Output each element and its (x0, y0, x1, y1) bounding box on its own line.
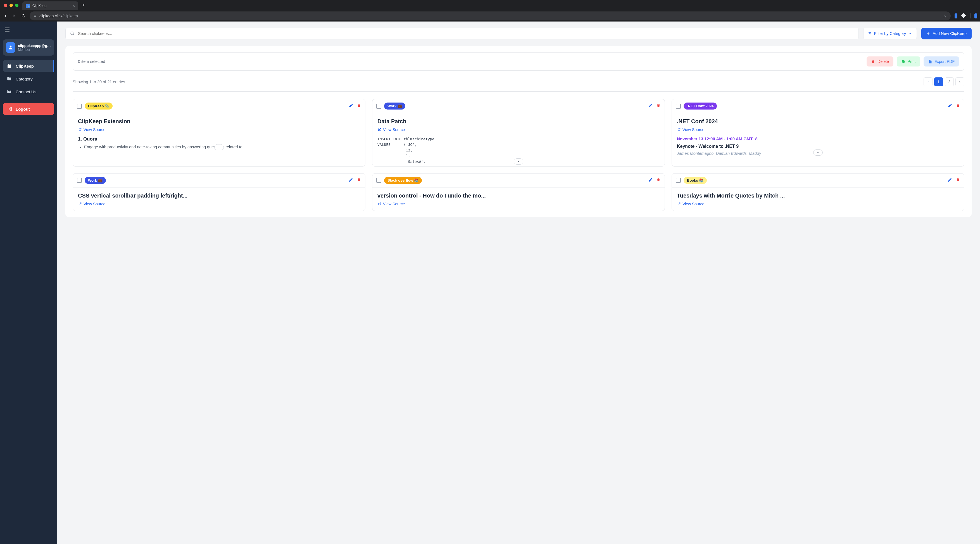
user-info: clipppkeeppp@gmai... Member (18, 44, 51, 52)
browser-tab-bar: 📎 ClipKeep × + (0, 0, 980, 10)
chevron-down-icon (217, 146, 221, 149)
url-bar[interactable]: ⚙ clipkeep.click/clipkeep ☆ (30, 11, 951, 21)
card-checkbox[interactable] (77, 178, 82, 183)
edit-icon[interactable] (348, 103, 353, 109)
clip-card: Stack overflow 📚 version control - How d… (372, 173, 665, 211)
envelope-icon (7, 89, 12, 94)
bookmark-star-icon[interactable]: ☆ (943, 13, 947, 19)
selection-bar: 0 item selected Delete Print Export PDF (73, 52, 964, 71)
card-header: Work 💼 (73, 173, 365, 188)
forward-icon[interactable] (12, 13, 17, 18)
back-icon[interactable] (3, 13, 8, 18)
profile-icon[interactable] (974, 13, 977, 18)
trash-icon[interactable] (656, 177, 661, 183)
card-body: Data Patch View Source INSERT INTO tblma… (372, 113, 665, 166)
add-clipkeep-button[interactable]: Add New ClipKeep (921, 28, 972, 40)
card-body: Tuesdays with Morrie Quotes by Mitch ...… (672, 188, 964, 211)
category-tag[interactable]: Books 📚 (684, 177, 707, 184)
expand-toggle[interactable] (514, 158, 523, 165)
expand-toggle[interactable] (214, 144, 224, 150)
edit-icon[interactable] (648, 103, 653, 109)
reload-icon[interactable] (21, 13, 26, 18)
add-label: Add New ClipKeep (932, 31, 967, 36)
expand-toggle[interactable] (813, 150, 823, 156)
new-tab-button[interactable]: + (82, 2, 85, 8)
print-label: Print (908, 59, 916, 64)
view-source-link[interactable]: View Source (377, 202, 660, 206)
site-info-icon[interactable]: ⚙ (33, 14, 37, 18)
view-source-link[interactable]: View Source (78, 202, 360, 206)
trash-icon[interactable] (956, 177, 960, 183)
selection-actions: Delete Print Export PDF (867, 56, 959, 67)
card-checkbox[interactable] (676, 178, 681, 183)
chevron-down-icon (908, 32, 912, 35)
logout-button[interactable]: Logout (3, 103, 54, 115)
category-tag[interactable]: .NET Conf 2024 (684, 103, 717, 110)
tab-favicon-icon: 📎 (26, 4, 30, 8)
filter-icon (868, 32, 872, 35)
view-source-link[interactable]: View Source (677, 202, 959, 206)
clip-card: Work 💼 Data Patch View Source (372, 99, 665, 167)
category-tag[interactable]: ClipKeep 📎 (84, 103, 113, 110)
user-role: Member (18, 48, 51, 52)
external-link-icon (377, 202, 381, 206)
sidebar-item-category[interactable]: Category (3, 73, 54, 85)
hamburger-icon[interactable]: ☰ (5, 27, 52, 34)
edit-icon[interactable] (648, 177, 653, 183)
sidebar-item-contact[interactable]: Contact Us (3, 86, 54, 97)
pager-page-2[interactable]: 2 (945, 77, 954, 86)
extensions-menu-icon[interactable] (961, 13, 966, 19)
view-source-link[interactable]: View Source (377, 127, 660, 132)
filter-category-button[interactable]: Filter by Category (863, 28, 917, 40)
pager-prev-button[interactable]: ‹ (924, 77, 932, 86)
clipboard-icon (7, 64, 12, 68)
category-tag[interactable]: Work 💼 (84, 177, 106, 184)
view-source-link[interactable]: View Source (78, 127, 360, 132)
print-icon (901, 59, 905, 64)
pager-text: Showing 1 to 20 of 21 entries (73, 80, 125, 84)
logout-label: Logout (16, 107, 30, 111)
search-box[interactable] (65, 28, 859, 40)
card-checkbox[interactable] (376, 103, 381, 109)
browser-nav-bar: ⚙ clipkeep.click/clipkeep ☆ (0, 10, 980, 22)
sidebar: ☰ clipppkeeppp@gmai... Member ClipKeep C… (0, 22, 57, 544)
category-tag[interactable]: Work 💼 (384, 103, 406, 110)
sidebar-item-clipkeep[interactable]: ClipKeep (3, 60, 54, 72)
trash-icon[interactable] (656, 103, 661, 109)
divider (970, 13, 970, 18)
trash-icon[interactable] (357, 103, 361, 109)
search-input[interactable] (78, 31, 854, 36)
category-tag[interactable]: Stack overflow 📚 (384, 177, 422, 184)
card-title: Data Patch (377, 118, 660, 125)
delete-button[interactable]: Delete (867, 56, 893, 67)
cards-grid: ClipKeep 📎 ClipKeep Extension View Sourc… (73, 99, 964, 211)
user-card[interactable]: clipppkeeppp@gmai... Member (3, 40, 54, 56)
content-panel: 0 item selected Delete Print Export PDF (65, 46, 972, 217)
app-root: ☰ clipppkeeppp@gmai... Member ClipKeep C… (0, 22, 980, 544)
browser-right-icons (955, 13, 977, 19)
card-checkbox[interactable] (676, 103, 681, 109)
extension-icon[interactable] (955, 13, 958, 18)
close-window-icon[interactable] (4, 4, 7, 7)
external-link-icon (78, 128, 82, 132)
tab-close-icon[interactable]: × (73, 4, 75, 8)
maximize-window-icon[interactable] (15, 4, 18, 7)
card-header: Work 💼 (372, 99, 665, 113)
pager-next-button[interactable]: › (955, 77, 964, 86)
trash-icon[interactable] (357, 177, 361, 183)
export-pdf-button[interactable]: Export PDF (924, 56, 959, 67)
view-source-link[interactable]: View Source (677, 127, 959, 132)
edit-icon[interactable] (948, 103, 952, 109)
card-checkbox[interactable] (376, 178, 381, 183)
print-button[interactable]: Print (897, 56, 920, 67)
card-checkbox[interactable] (77, 103, 82, 109)
folder-icon (7, 76, 12, 81)
clip-card: Books 📚 Tuesdays with Morrie Quotes by M… (671, 173, 964, 211)
edit-icon[interactable] (348, 177, 353, 183)
edit-icon[interactable] (948, 177, 952, 183)
browser-tab[interactable]: 📎 ClipKeep × (22, 2, 78, 10)
pager-page-1[interactable]: 1 (934, 77, 943, 86)
card-header: .NET Conf 2024 (672, 99, 964, 113)
minimize-window-icon[interactable] (10, 4, 13, 7)
trash-icon[interactable] (956, 103, 960, 109)
